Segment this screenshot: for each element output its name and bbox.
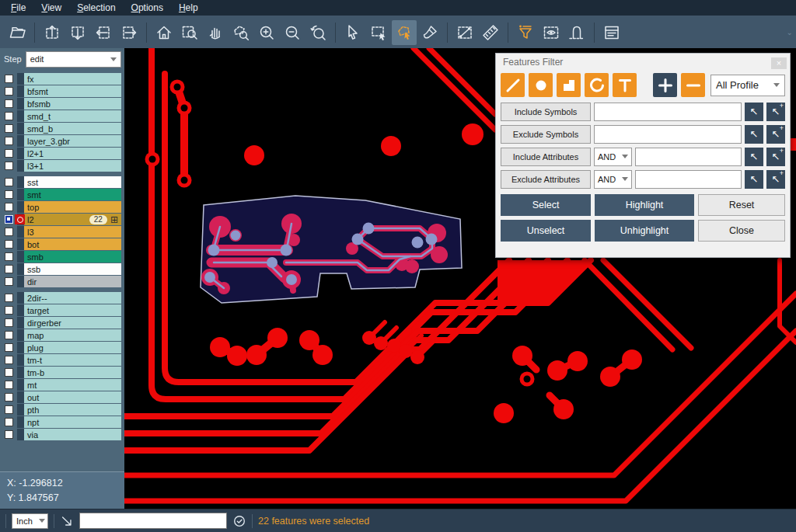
pcb-canvas[interactable]: Features Filter × All Profile (124, 48, 796, 509)
layer-visibility-checkbox[interactable] (5, 75, 13, 83)
layer-visibility-checkbox[interactable] (5, 137, 13, 145)
layer-visibility-checkbox[interactable] (5, 306, 13, 315)
zoom-out-button[interactable] (280, 20, 305, 45)
layer-visibility-checkbox[interactable] (5, 393, 13, 402)
layer-visibility-checkbox[interactable] (5, 149, 13, 158)
layer-row-bfsmb[interactable]: bfsmb (0, 98, 124, 110)
pick-attribute-button[interactable]: ↖ (745, 148, 763, 166)
layer-row-bot[interactable]: bot (0, 238, 124, 250)
layer-visibility-checkbox[interactable] (5, 99, 13, 108)
layer-visibility-checkbox[interactable] (5, 124, 13, 133)
filter-pad-button[interactable] (529, 73, 553, 97)
layer-row-2dir--[interactable]: 2dir-- (0, 292, 124, 304)
layer-visibility-checkbox[interactable] (5, 240, 13, 249)
select-button[interactable]: Select (501, 194, 591, 216)
layer-row-target[interactable]: target (0, 304, 124, 316)
profile-select[interactable]: All Profile (710, 75, 785, 96)
grid-icon[interactable]: ⊞ (110, 215, 118, 224)
layer-row-l2[interactable]: l222⊞ (0, 214, 124, 225)
layer-visibility-checkbox[interactable] (5, 381, 13, 389)
layer-row-via[interactable]: via (0, 429, 124, 440)
layer-row-smd_b[interactable]: smd_b (0, 123, 124, 134)
pan-hand-button[interactable] (203, 20, 228, 45)
command-input[interactable] (79, 513, 227, 529)
pick-attribute-button[interactable]: ↖ (745, 170, 763, 189)
select-polygon-button[interactable] (392, 20, 417, 45)
zoom-previous-button[interactable] (305, 20, 330, 45)
exclude-attributes-button[interactable]: Exclude Attributes (501, 170, 591, 189)
exclude-attributes-field[interactable] (635, 170, 742, 189)
filter-add-button[interactable] (653, 73, 677, 97)
layer-visibility-checkbox[interactable] (5, 87, 13, 96)
layer-row-npt[interactable]: npt (0, 416, 124, 428)
pick-add-attribute-button[interactable]: ↖+ (766, 148, 785, 166)
layer-visibility-checkbox[interactable] (5, 343, 13, 352)
select-pointer-button[interactable] (340, 20, 365, 45)
zoom-window-button[interactable] (177, 20, 202, 45)
features-filter-button[interactable] (513, 20, 538, 45)
pick-add-attribute-button[interactable]: ↖+ (766, 170, 785, 189)
measure-ruler-button[interactable] (478, 20, 503, 45)
filter-surface-button[interactable] (557, 73, 581, 97)
layer-visibility-checkbox[interactable] (5, 356, 13, 364)
layer-visibility-checkbox[interactable] (5, 405, 13, 414)
unselect-button[interactable]: Unselect (501, 220, 591, 242)
reset-button[interactable]: Reset (698, 194, 785, 216)
filter-line-button[interactable] (501, 73, 525, 97)
pan-down-button[interactable] (65, 20, 90, 45)
layer-row-map[interactable]: map (0, 329, 124, 341)
report-list-button[interactable] (599, 20, 624, 45)
layer-visibility-checkbox[interactable] (5, 430, 13, 439)
layer-visibility-checkbox[interactable] (5, 112, 13, 120)
pick-add-symbol-button[interactable]: ↖+ (766, 125, 785, 144)
layer-visibility-checkbox[interactable] (5, 252, 13, 261)
layer-row-l3[interactable]: l3 (0, 226, 124, 238)
step-select[interactable]: edit (26, 51, 121, 68)
layer-visibility-checkbox[interactable] (5, 331, 13, 339)
layer-visibility-checkbox[interactable] (5, 265, 13, 273)
include-attributes-button[interactable]: Include Attributes (501, 148, 591, 166)
layer-visibility-checkbox[interactable] (5, 294, 13, 302)
layer-row-tm-t[interactable]: tm-t (0, 354, 124, 366)
pick-add-symbol-button[interactable]: ↖+ (766, 103, 785, 121)
layer-row-bfsmt[interactable]: bfsmt (0, 85, 124, 97)
layer-visibility-checkbox[interactable] (5, 418, 13, 426)
open-folder-button[interactable] (5, 20, 30, 45)
net-trace-button[interactable] (564, 20, 589, 45)
exclude-attributes-operator-select[interactable]: AND (594, 170, 632, 189)
layer-row-mt[interactable]: mt (0, 379, 124, 391)
layer-row-out[interactable]: out (0, 391, 124, 403)
layer-row-smb[interactable]: smb (0, 251, 124, 263)
home-view-button[interactable] (152, 20, 176, 45)
unhighlight-button[interactable]: Unhighlight (595, 220, 694, 242)
select-rectangle-button[interactable] (366, 20, 391, 45)
layer-visibility-checkbox[interactable] (5, 318, 13, 327)
layer-row-tm-b[interactable]: tm-b (0, 367, 124, 378)
filter-remove-button[interactable] (681, 73, 705, 97)
menu-item-options[interactable]: Options (124, 1, 171, 16)
layer-row-sst[interactable]: sst (0, 176, 124, 188)
pan-right-button[interactable] (117, 20, 141, 45)
close-button[interactable]: Close (698, 220, 785, 242)
layer-row-l3+1[interactable]: l3+1 (0, 160, 124, 172)
view-options-button[interactable] (539, 20, 564, 45)
layer-visibility-checkbox[interactable] (5, 178, 13, 186)
exclude-symbols-field[interactable] (594, 125, 742, 144)
layer-visibility-checkbox[interactable] (5, 368, 13, 377)
refresh-check-button[interactable] (232, 514, 246, 528)
filter-text-button[interactable] (613, 73, 637, 97)
layer-row-top[interactable]: top (0, 201, 124, 213)
include-attributes-field[interactable] (635, 148, 742, 166)
layer-row-ssb[interactable]: ssb (0, 263, 124, 275)
layer-visibility-checkbox[interactable] (5, 228, 13, 236)
layer-row-plug[interactable]: plug (0, 342, 124, 353)
layer-visibility-checkbox[interactable] (5, 203, 13, 211)
layer-row-smd_t[interactable]: smd_t (0, 110, 124, 122)
toolbar-overflow-chevron[interactable]: ⌄ (787, 28, 796, 37)
layer-row-smt[interactable]: smt (0, 189, 124, 200)
layer-row-fx[interactable]: fx (0, 73, 124, 85)
include-attributes-operator-select[interactable]: AND (594, 148, 632, 166)
paint-select-button[interactable] (417, 20, 442, 45)
pan-left-button[interactable] (91, 20, 116, 45)
menu-item-selection[interactable]: Selection (69, 1, 123, 16)
